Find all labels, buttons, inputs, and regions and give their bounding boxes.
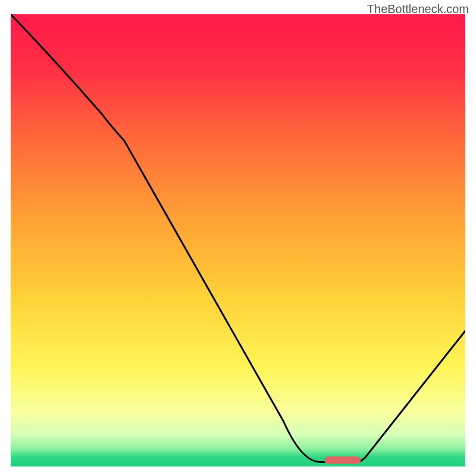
chart-background — [11, 14, 465, 466]
watermark-text: TheBottleneck.com — [367, 2, 469, 16]
chart-svg — [11, 14, 465, 466]
optimal-marker — [324, 456, 361, 464]
chart-plot-area — [11, 14, 465, 466]
